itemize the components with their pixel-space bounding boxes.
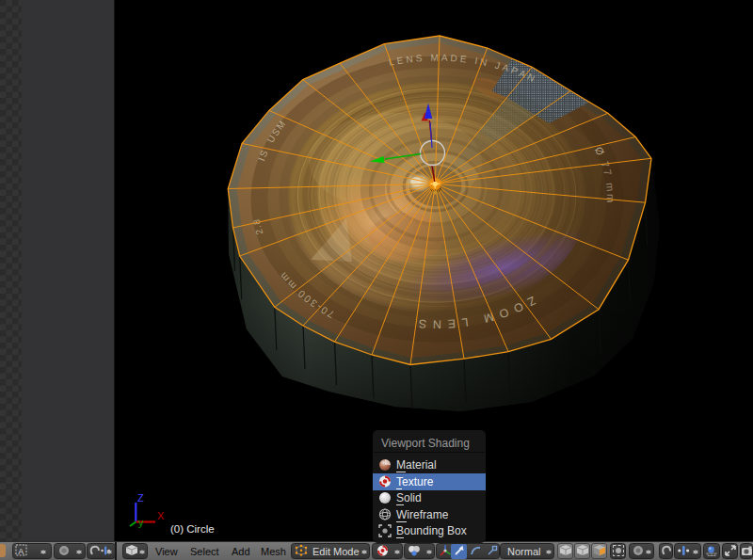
svg-text:y: y: [138, 517, 144, 528]
svg-text:A: A: [18, 547, 24, 556]
svg-text:X: X: [157, 510, 165, 521]
svg-text:Z: Z: [137, 492, 144, 504]
